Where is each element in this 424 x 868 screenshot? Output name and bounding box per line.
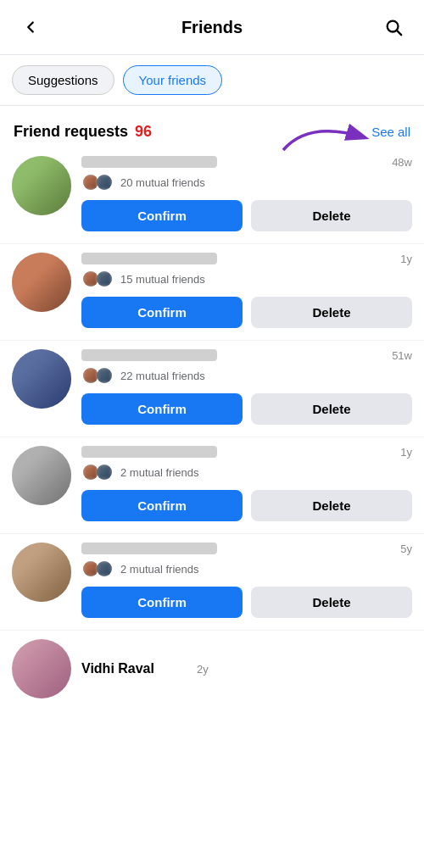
avatar bbox=[12, 349, 71, 409]
action-buttons: Confirm Delete bbox=[81, 297, 412, 328]
name-row: 1y bbox=[81, 253, 412, 266]
delete-button[interactable]: Delete bbox=[251, 587, 412, 618]
friend-info: 5y 2 mutual friends Confirm Delete bbox=[81, 542, 412, 618]
avatar bbox=[12, 253, 71, 312]
delete-button[interactable]: Delete bbox=[251, 200, 412, 231]
confirm-button[interactable]: Confirm bbox=[81, 200, 243, 231]
see-all-link[interactable]: See all bbox=[371, 125, 410, 139]
mutual-text: 22 mutual friends bbox=[120, 370, 205, 382]
section-header-left: Friend requests 96 bbox=[14, 123, 152, 141]
confirm-button[interactable]: Confirm bbox=[81, 490, 243, 521]
last-friend-time: 2y bbox=[197, 663, 209, 676]
mutual-friends-row: 15 mutual friends bbox=[81, 270, 412, 288]
friend-name-blur bbox=[81, 349, 217, 361]
mutual-avatars bbox=[81, 366, 109, 385]
mutual-avatars bbox=[81, 463, 109, 481]
friend-time: 1y bbox=[400, 446, 412, 459]
delete-button[interactable]: Delete bbox=[251, 490, 412, 521]
avatar bbox=[12, 639, 71, 698]
mutual-friends-row: 2 mutual friends bbox=[81, 559, 412, 578]
tabs-container: Suggestions Your friends bbox=[0, 55, 424, 105]
section-header: Friend requests 96 See all bbox=[0, 114, 424, 147]
mutual-text: 2 mutual friends bbox=[120, 563, 199, 576]
action-buttons: Confirm Delete bbox=[81, 490, 412, 521]
svg-line-1 bbox=[397, 31, 401, 35]
mutual-text: 2 mutual friends bbox=[120, 466, 199, 479]
confirm-button[interactable]: Confirm bbox=[81, 393, 243, 425]
friend-time: 1y bbox=[400, 253, 412, 265]
mutual-friends-row: 22 mutual friends bbox=[81, 366, 412, 385]
friend-requests-list: 48w 20 mutual friends Confirm Delete 1y bbox=[0, 147, 424, 707]
friend-name-blur bbox=[81, 156, 217, 168]
mutual-avatars bbox=[81, 270, 109, 288]
friend-info: 1y 15 mutual friends Confirm Delete bbox=[81, 253, 412, 328]
avatar bbox=[12, 446, 71, 505]
delete-button[interactable]: Delete bbox=[251, 393, 412, 425]
friend-time: 51w bbox=[392, 349, 412, 362]
friend-request-item: 5y 2 mutual friends Confirm Delete bbox=[0, 534, 424, 631]
name-row: 51w bbox=[81, 349, 412, 363]
search-button[interactable] bbox=[378, 12, 409, 42]
divider bbox=[0, 105, 424, 106]
avatar bbox=[12, 156, 71, 215]
confirm-button[interactable]: Confirm bbox=[81, 297, 243, 328]
mutual-text: 20 mutual friends bbox=[120, 176, 205, 189]
mutual-avatar bbox=[95, 559, 114, 578]
name-row: 5y bbox=[81, 542, 412, 556]
last-friend-info: Vidhi Raval 2y bbox=[81, 661, 209, 676]
action-buttons: Confirm Delete bbox=[81, 200, 412, 231]
friend-info: 1y 2 mutual friends Confirm Delete bbox=[81, 446, 412, 521]
friend-name-blur bbox=[81, 542, 217, 554]
back-button[interactable] bbox=[15, 12, 46, 42]
friend-request-item: 1y 15 mutual friends Confirm Delete bbox=[0, 244, 424, 341]
header: Friends bbox=[0, 0, 424, 55]
last-friend-name: Vidhi Raval bbox=[81, 661, 154, 676]
section-title: Friend requests bbox=[14, 123, 128, 141]
friend-name-blur bbox=[81, 253, 217, 264]
mutual-avatar bbox=[95, 463, 114, 481]
mutual-text: 15 mutual friends bbox=[120, 273, 205, 286]
name-row: 1y bbox=[81, 446, 412, 459]
friend-info: 51w 22 mutual friends Confirm Delete bbox=[81, 349, 412, 425]
mutual-avatars bbox=[81, 559, 109, 578]
delete-button[interactable]: Delete bbox=[251, 297, 412, 328]
mutual-avatar bbox=[95, 270, 114, 288]
friend-request-item: 51w 22 mutual friends Confirm Delete bbox=[0, 341, 424, 437]
friend-name-blur bbox=[81, 446, 217, 458]
action-buttons: Confirm Delete bbox=[81, 587, 412, 618]
friend-request-item: 1y 2 mutual friends Confirm Delete bbox=[0, 437, 424, 534]
page-title: Friends bbox=[181, 18, 243, 37]
tab-your-friends[interactable]: Your friends bbox=[123, 65, 223, 95]
friend-request-item-last: Vidhi Raval 2y bbox=[0, 631, 424, 707]
name-row: 48w bbox=[81, 156, 412, 170]
mutual-avatars bbox=[81, 173, 109, 192]
friend-info: 48w 20 mutual friends Confirm Delete bbox=[81, 156, 412, 231]
mutual-friends-row: 20 mutual friends bbox=[81, 173, 412, 192]
mutual-avatar bbox=[95, 173, 114, 192]
confirm-button[interactable]: Confirm bbox=[81, 587, 243, 618]
action-buttons: Confirm Delete bbox=[81, 393, 412, 425]
mutual-avatar bbox=[95, 366, 114, 385]
friend-time: 5y bbox=[400, 542, 412, 555]
friend-time: 48w bbox=[392, 156, 412, 169]
friend-request-item: 48w 20 mutual friends Confirm Delete bbox=[0, 147, 424, 244]
tab-suggestions[interactable]: Suggestions bbox=[12, 65, 114, 95]
mutual-friends-row: 2 mutual friends bbox=[81, 463, 412, 481]
request-count-badge: 96 bbox=[135, 123, 152, 141]
avatar bbox=[12, 542, 71, 602]
